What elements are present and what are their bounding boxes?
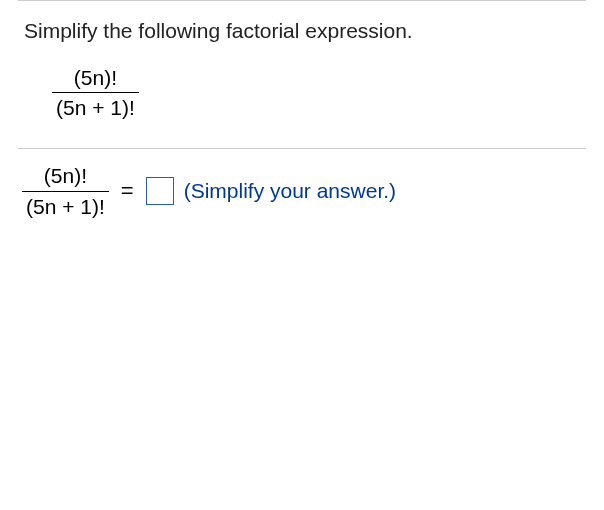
problem-numerator: (5n)! (52, 65, 139, 92)
problem-fraction: (5n)! (5n + 1)! (52, 65, 139, 120)
problem-denominator: (5n + 1)! (52, 92, 139, 120)
instruction-text: Simplify the following factorial express… (24, 19, 586, 43)
equals-sign: = (121, 178, 134, 204)
expression-fraction: (5n)! (5n + 1)! (52, 65, 586, 120)
answer-numerator: (5n)! (22, 163, 109, 190)
answer-input[interactable] (146, 177, 174, 205)
answer-block: (5n)! (5n + 1)! = (Simplify your answer.… (0, 149, 604, 236)
hint-text: (Simplify your answer.) (184, 179, 396, 203)
answer-fraction: (5n)! (5n + 1)! (22, 163, 109, 218)
answer-denominator: (5n + 1)! (22, 191, 109, 219)
question-block: Simplify the following factorial express… (0, 1, 604, 148)
